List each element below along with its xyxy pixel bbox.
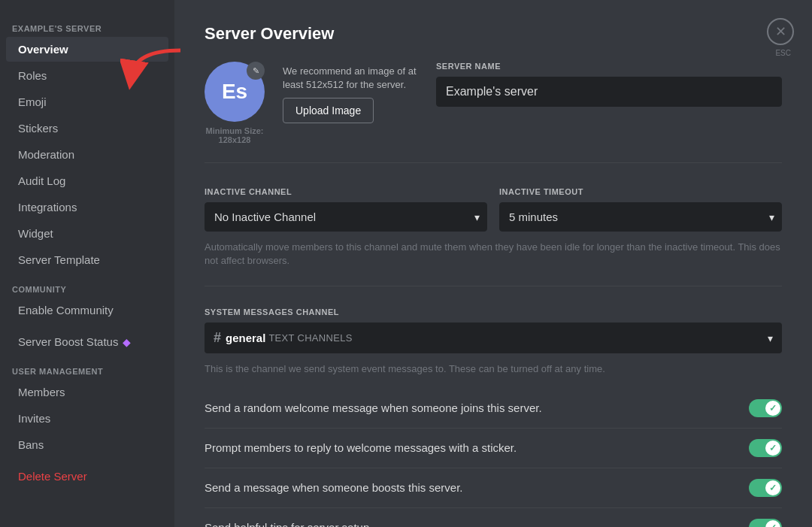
toggle-label: Send a message when someone boosts this … [205,481,463,494]
chevron-down-icon: ▾ [768,332,773,344]
sidebar-item-integrations[interactable]: Integrations [6,195,168,220]
sidebar-item-label: Members [18,386,65,398]
sidebar-community-label: COMMUNITY [0,273,174,297]
inactive-channel-helper: Automatically move members to this chann… [205,241,782,268]
min-size-value: 128x128 [219,135,251,144]
server-icon-initials: Es [222,80,247,104]
sidebar-item-label: Audit Log [18,174,65,187]
inactive-timeout-col: INACTIVE TIMEOUT 5 minutes ▾ [499,187,782,232]
toggle-knob: ✓ [765,480,780,495]
inactive-channel-label: INACTIVE CHANNEL [205,187,487,196]
toggle-helpful-tips[interactable]: ✓ [749,519,782,527]
system-messages-section: SYSTEM MESSAGES CHANNEL # general TEXT C… [205,307,782,527]
sidebar-item-overview[interactable]: Overview [6,37,168,62]
sidebar-item-label: Integrations [18,201,77,214]
close-button[interactable]: ✕ [767,18,794,45]
sidebar-item-label: Invites [18,412,50,425]
main-content: ✕ ESC Server Overview Es ✎ Minimum Size:… [174,0,812,527]
sidebar-item-label: Stickers [18,122,58,135]
sidebar-item-invites[interactable]: Invites [6,406,168,431]
toggle-boost-msg[interactable]: ✓ [749,479,782,497]
server-identity-section: Es ✎ Minimum Size: 128x128 We recommend … [205,62,782,163]
inactive-channel-row: INACTIVE CHANNEL No Inactive Channel ▾ I… [205,187,782,232]
toggle-knob: ✓ [765,520,780,527]
inactive-channel-select[interactable]: No Inactive Channel [205,202,487,232]
toggle-rows: Send a random welcome message when someo… [205,389,782,527]
server-icon-min-size: Minimum Size: 128x128 [205,126,265,144]
sidebar-item-label: Server Boost Status [18,335,118,348]
boost-icon: ◆ [123,336,131,348]
sidebar-item-moderation[interactable]: Moderation [6,142,168,167]
server-name-label: SERVER NAME [436,62,782,71]
toggle-knob: ✓ [765,441,780,456]
toggle-label: Prompt members to reply to welcome messa… [205,441,517,454]
check-icon: ✓ [769,403,777,413]
server-name-input[interactable] [436,77,782,107]
sidebar-item-label: Widget [18,227,53,240]
server-name-section: SERVER NAME [436,62,782,107]
upload-image-button[interactable]: Upload Image [283,98,374,123]
inactive-timeout-label: INACTIVE TIMEOUT [499,187,782,196]
sidebar-item-server-boost[interactable]: Server Boost Status ◆ [6,329,168,354]
system-messages-label: SYSTEM MESSAGES CHANNEL [205,307,782,317]
hash-icon: # [214,330,221,346]
sidebar-item-server-template[interactable]: Server Template [6,247,168,272]
sidebar-item-label: Bans [18,438,44,451]
toggle-welcome[interactable]: ✓ [749,399,782,417]
sidebar-item-audit-log[interactable]: Audit Log [6,168,168,193]
server-icon-wrapper: Es ✎ Minimum Size: 128x128 [205,62,265,144]
inactive-channel-col: INACTIVE CHANNEL No Inactive Channel ▾ [205,187,487,232]
min-size-label: Minimum Size: [205,126,263,135]
toggle-label: Send a random welcome message when someo… [205,401,542,414]
toggle-row-welcome: Send a random welcome message when someo… [205,389,782,429]
sidebar-item-label: Moderation [18,148,74,161]
sidebar-item-label: Roles [18,69,47,82]
channel-name: general [226,332,265,344]
sidebar-item-bans[interactable]: Bans [6,432,168,457]
inactive-timeout-select-wrapper: 5 minutes ▾ [499,202,782,232]
close-esc-label: ESC [775,49,791,57]
inactive-channel-select-wrapper: No Inactive Channel ▾ [205,202,487,232]
sidebar-item-emoji[interactable]: Emoji [6,89,168,114]
sidebar-item-label: Delete Server [18,470,87,483]
sidebar-item-widget[interactable]: Widget [6,221,168,246]
toggle-row-sticker-reply: Prompt members to reply to welcome messa… [205,429,782,468]
sidebar-item-delete-server[interactable]: Delete Server [6,464,168,489]
upload-section: We recommend an image of at least 512x51… [283,62,418,123]
sidebar-item-stickers[interactable]: Stickers [6,116,168,141]
system-channel-helper: This is the channel we send system event… [205,362,782,376]
sidebar: EXAMPLE'S SERVER Overview Roles Emoji St… [0,0,174,527]
sidebar-server-label: EXAMPLE'S SERVER [0,12,174,36]
check-icon: ✓ [769,483,777,493]
system-channel-select[interactable]: # general TEXT CHANNELS ▾ [205,323,782,353]
sidebar-item-enable-community[interactable]: Enable Community [6,298,168,323]
sidebar-item-roles[interactable]: Roles [6,63,168,88]
recommend-text: We recommend an image of at least 512x51… [283,65,418,92]
sidebar-item-label: Emoji [18,95,47,108]
sidebar-item-members[interactable]: Members [6,380,168,404]
toggle-sticker-reply[interactable]: ✓ [749,439,782,457]
toggle-row-helpful-tips: Send helpful tips for server setup.✓ [205,508,782,527]
sidebar-item-label: Overview [18,43,68,56]
sidebar-item-label: Server Template [18,253,100,266]
sidebar-item-label: Enable Community [18,304,114,317]
inactive-channel-section: INACTIVE CHANNEL No Inactive Channel ▾ I… [205,187,782,286]
inactive-timeout-select[interactable]: 5 minutes [499,202,782,232]
page-title: Server Overview [205,24,782,44]
channel-type: TEXT CHANNELS [268,332,352,344]
toggle-label: Send helpful tips for server setup. [205,521,372,527]
sidebar-user-mgmt-label: USER MANAGEMENT [0,355,174,379]
toggle-row-boost-msg: Send a message when someone boosts this … [205,468,782,508]
toggle-knob: ✓ [765,401,780,416]
check-icon: ✓ [769,443,777,453]
check-icon: ✓ [769,522,777,527]
server-icon-edit-button[interactable]: ✎ [247,62,265,80]
